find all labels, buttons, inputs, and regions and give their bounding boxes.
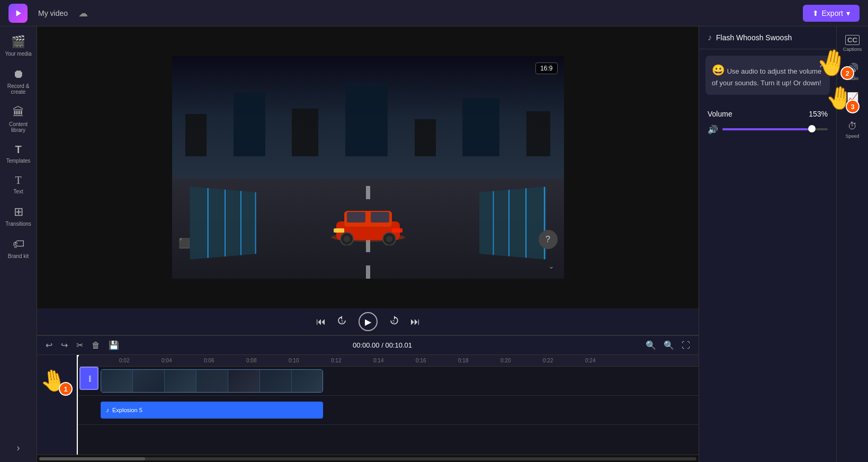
sidebar-item-audio[interactable]: 🔊 Audio [839, 58, 866, 85]
timeline-ruler: 0:02 0:04 0:06 0:08 0:10 0:12 0:14 0:16 … [77, 355, 699, 367]
video-clip-frames [101, 369, 323, 393]
app-logo [8, 4, 28, 23]
zoom-in-button[interactable]: 🔍 [661, 339, 676, 351]
volume-value: 153% [809, 110, 828, 118]
speed-label: Speed [845, 134, 859, 139]
brand-icon: 🏷 [13, 237, 24, 251]
audio-panel-header: ♪ Flash Whoosh Swoosh [699, 26, 836, 49]
svg-point-6 [344, 236, 350, 242]
ruler-tick: 0:08 [246, 358, 256, 363]
video-background [172, 56, 564, 279]
tooltip-close-button[interactable]: ✕ [819, 60, 826, 70]
project-name[interactable]: My video [34, 7, 72, 20]
zoom-out-button[interactable]: 🔍 [643, 339, 658, 351]
export-label: Export [822, 9, 843, 17]
playhead[interactable] [77, 355, 78, 455]
sidebar-item-label: Transitions [5, 221, 31, 227]
sidebar-item-fade[interactable]: 📈 Fade [839, 87, 866, 114]
top-bar-left: My video ☁ [8, 4, 88, 23]
sidebar-item-text[interactable]: T Text [3, 170, 34, 199]
sidebar-item-content-library[interactable]: 🏛 Contentlibrary [3, 101, 34, 137]
top-bar: My video ☁ ⬆ Export ▾ [0, 0, 868, 26]
play-icon: ▶ [365, 317, 371, 327]
volume-thumb[interactable] [808, 125, 816, 132]
ruler-tick: 0:10 [289, 358, 299, 363]
sidebar-item-speed[interactable]: ⏱ Speed [839, 117, 866, 143]
volume-section: Volume 153% 🔊 [699, 101, 836, 143]
audio-title: Flash Whoosh Swoosh [716, 33, 792, 42]
redo-button[interactable]: ↪ [59, 339, 70, 351]
ruler-tick: 0:22 [543, 358, 553, 363]
cut-button[interactable]: ✂ [74, 339, 85, 351]
left-sidebar: 🎬 Your media ⏺ Record &create 🏛 Contentl… [0, 26, 37, 462]
video-track: ▐ [77, 367, 699, 396]
save-frame-button[interactable]: 💾 [106, 339, 121, 351]
play-button[interactable]: ▶ [359, 312, 378, 331]
fade-label: Fade [847, 105, 858, 110]
time-display: 00:00.00 / 00:10.01 [353, 341, 412, 349]
sidebar-item-transitions[interactable]: ⊞ Transitions [3, 201, 34, 231]
sidebar-item-record-create[interactable]: ⏺ Record &create [3, 63, 34, 99]
timeline-content: 0:02 0:04 0:06 0:08 0:10 0:12 0:14 0:16 … [37, 355, 699, 455]
sidebar-item-templates[interactable]: T Templates [3, 139, 34, 168]
skip-end-button[interactable]: ⏭ [410, 316, 420, 327]
fade-icon: 📈 [847, 92, 858, 103]
export-chevron-icon: ▾ [846, 9, 850, 17]
svg-rect-4 [371, 212, 389, 223]
captions-label: Captions [843, 47, 862, 52]
export-icon: ⬆ [812, 9, 819, 17]
aspect-ratio-badge: 16:9 [535, 63, 557, 74]
tooltip-emoji: 😀 [712, 64, 725, 76]
sidebar-item-your-media[interactable]: 🎬 Your media [3, 31, 34, 61]
back-5s-button[interactable]: 5 [336, 315, 348, 329]
zoom-controls: 🔍 🔍 ⛶ [643, 339, 692, 351]
tooltip-text: Use audio to adjust the volume of your s… [712, 67, 821, 87]
volume-label: Volume [708, 110, 732, 118]
volume-header: Volume 153% [708, 110, 828, 118]
ruler-tick: 0:12 [331, 358, 341, 363]
right-panel: ♪ Flash Whoosh Swoosh 😀 Use audio to adj… [699, 26, 836, 462]
preview-collapse-button[interactable]: ⌄ [545, 260, 558, 272]
undo-button[interactable]: ↩ [43, 339, 55, 351]
sidebar-item-brand-kit[interactable]: 🏷 Brand kit [3, 233, 34, 263]
playback-controls: ⏮ 5 ▶ 5 ⏭ [37, 308, 699, 335]
selected-clip-handle[interactable]: ▐ [79, 367, 99, 390]
svg-rect-3 [347, 212, 365, 223]
main-area: 🎬 Your media ⏺ Record &create 🏛 Contentl… [0, 26, 868, 462]
delete-button[interactable]: 🗑 [90, 340, 102, 351]
ruler-tick: 0:06 [204, 358, 214, 363]
svg-text:5: 5 [392, 319, 395, 323]
volume-slider[interactable] [722, 128, 828, 130]
expand-timeline-button[interactable]: ⛶ [679, 340, 692, 351]
center-area: 16:9 ⬛ ? ⌄ ⏮ 5 ▶ 5 ⏭ ↩ [37, 26, 699, 462]
audio-tooltip: 😀 Use audio to adjust the volume of your… [705, 56, 830, 95]
volume-control: 🔊 [708, 125, 828, 135]
audio-icon: 🔊 [847, 63, 858, 74]
right-sidebar: CC Captions 🔊 Audio 📈 Fade ⏱ Speed [836, 26, 868, 462]
video-clip[interactable] [101, 369, 323, 393]
ruler-tick: 0:16 [416, 358, 426, 363]
export-button[interactable]: ⬆ Export ▾ [803, 5, 860, 22]
audio-note-icon: ♪ [106, 406, 109, 414]
sidebar-item-captions[interactable]: CC Captions [839, 31, 866, 56]
audio-clip[interactable]: ♪ Explosion 5 [101, 402, 323, 419]
volume-icon: 🔊 [708, 125, 718, 135]
collapse-sidebar-button[interactable]: › [13, 438, 24, 458]
forward-5s-button[interactable]: 5 [388, 315, 400, 329]
preview-area: 16:9 ⬛ ? ⌄ [37, 26, 699, 308]
audio-clip-name: Explosion 5 [112, 407, 142, 413]
music-note-icon: ♪ [708, 33, 712, 42]
timeline-scrollbar[interactable] [37, 455, 699, 462]
right-panel-wrapper: ♪ Flash Whoosh Swoosh 😀 Use audio to adj… [699, 26, 868, 462]
volume-fill [722, 128, 812, 130]
subtitle-button[interactable]: ⬛ [178, 237, 190, 249]
audio-label: Audio [846, 76, 858, 81]
ruler-tick: 0:24 [585, 358, 595, 363]
help-button[interactable]: ? [539, 230, 558, 249]
timeline-tools: ↩ ↪ ✂ 🗑 💾 [43, 339, 121, 351]
scroll-track[interactable] [39, 457, 696, 460]
svg-text:5: 5 [341, 319, 343, 323]
captions-icon: CC [845, 35, 860, 45]
scroll-thumb[interactable] [39, 457, 145, 460]
skip-start-button[interactable]: ⏮ [316, 316, 326, 327]
